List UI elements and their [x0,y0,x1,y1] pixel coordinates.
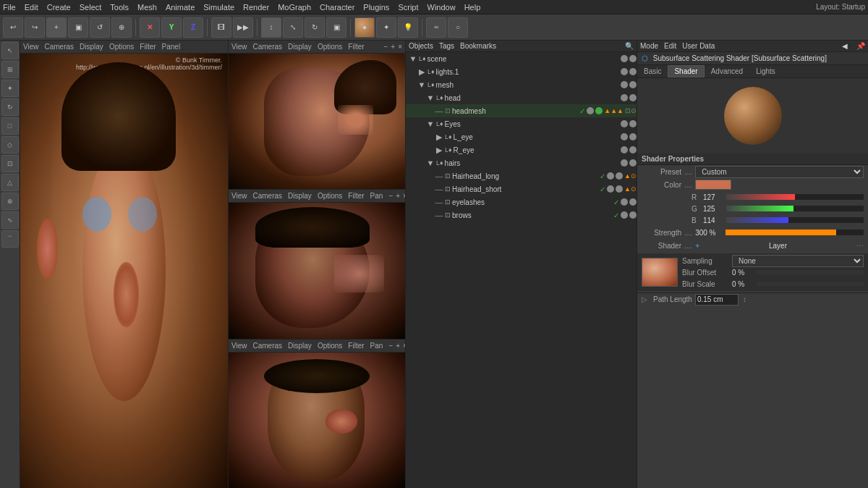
lt-btn-10[interactable]: ∿ [1,211,19,229]
path-length-input[interactable] [695,294,739,306]
toolbar-btn-1[interactable]: ↩ [3,17,23,38]
menu-animate[interactable]: Animate [166,3,195,12]
vp-s-view[interactable]: View [231,43,247,51]
scene-tab-objects[interactable]: Objects [409,42,433,50]
menu-mesh[interactable]: Mesh [137,3,157,12]
toolbar-film[interactable]: 🎞 [211,17,231,38]
lt-btn-6[interactable]: ◇ [1,136,19,153]
toolbar-scale[interactable]: ⤡ [283,17,303,38]
vp-filter[interactable]: Filter [140,43,156,51]
lt-btn-5[interactable]: □ [1,117,19,135]
strength-bar-wrap[interactable] [726,230,864,235]
toolbar-bulb[interactable]: ○ [448,17,468,38]
toolbar-light[interactable]: 💡 [398,17,418,38]
lt-btn-9[interactable]: ⊕ [1,193,19,210]
vp-s-display[interactable]: Display [288,43,312,51]
toolbar-anim[interactable]: ▶▶ [233,17,253,38]
vp-m-filter[interactable]: Filter [348,192,364,200]
menu-tools[interactable]: Tools [110,3,129,12]
tree-item-eyelashes[interactable]: — ⊡ eyelashes ✓ [406,195,637,209]
tree-item-reye[interactable]: ▶ L♦ R_eye [406,143,637,156]
toolbar-x[interactable]: ✕ [140,17,160,38]
lt-btn-1[interactable]: ↖ [1,42,19,59]
vp-s-min[interactable]: − [383,43,388,51]
menu-script[interactable]: Script [398,3,418,12]
tree-item-eyes[interactable]: ▼ L♦ Eyes [406,117,637,130]
lt-btn-4[interactable]: ↻ [1,98,19,116]
menu-simulate[interactable]: Simulate [203,3,234,12]
b-bar-wrap[interactable] [726,217,864,223]
vp-cameras[interactable]: Cameras [45,43,75,51]
props-tab-userdata[interactable]: User Data [682,42,715,50]
vp-small-bot-view[interactable] [229,353,405,488]
props-tab-lights[interactable]: Lights [749,65,782,77]
toolbar-open[interactable]: ▣ [68,17,88,38]
main-viewport-view[interactable]: © Bunk Timmer. http://www.comichouse.nl/… [20,54,228,488]
menu-character[interactable]: Character [320,3,354,12]
r-bar-wrap[interactable] [726,194,864,200]
vp-m-pan[interactable]: Pan [370,192,383,200]
menu-render[interactable]: Render [243,3,269,12]
sampling-dropdown[interactable]: None [732,255,864,267]
toolbar-btn-2[interactable]: ↪ [25,17,45,38]
menu-help[interactable]: Help [464,3,481,12]
menu-create[interactable]: Create [47,3,71,12]
vp-m-view[interactable]: View [231,192,247,200]
scene-tab-bookmarks[interactable]: Bookmarks [460,42,496,50]
vp-s-close[interactable]: × [398,43,402,51]
lt-btn-7[interactable]: ⊡ [1,155,19,172]
props-tab-advanced[interactable]: Advanced [705,65,749,77]
tree-item-brows[interactable]: — ⊡ brows ✓ [406,209,637,222]
vp-m-display[interactable]: Display [288,192,312,200]
props-tab-edit[interactable]: Edit [664,42,676,50]
tree-item-leye[interactable]: ▶ L♦ L_eye [406,130,637,143]
vp-s-cameras[interactable]: Cameras [253,43,283,51]
menu-file[interactable]: File [3,3,16,12]
toolbar-fx[interactable]: ✦ [376,17,396,38]
vp-options[interactable]: Options [109,43,134,51]
toolbar-y[interactable]: Y [161,17,182,38]
lt-btn-8[interactable]: △ [1,174,19,191]
vp-b-options[interactable]: Options [318,342,342,350]
lt-btn-11[interactable]: ⌒ [1,230,19,248]
lt-btn-3[interactable]: ✦ [1,80,19,97]
shader-add-btn[interactable]: + [695,242,699,250]
toolbar-move[interactable]: ↕ [261,17,281,38]
toolbar-save[interactable]: ↺ [90,17,110,38]
tree-item-head[interactable]: ▼ L♦ head [406,91,637,104]
menu-edit[interactable]: Edit [25,3,38,12]
tree-item-lights[interactable]: ▶ L♦ lights.1 [406,65,637,78]
vp-small-top-view[interactable] [229,54,405,189]
vp-b-filter[interactable]: Filter [348,342,364,350]
vp-m-max[interactable]: + [396,192,400,200]
vp-b-min[interactable]: − [388,342,393,350]
vp-view[interactable]: View [23,43,39,51]
tree-item-hairlong[interactable]: — ⊡ Hairhead_long ✓ ▲⊙ [406,169,637,182]
vp-s-options[interactable]: Options [318,43,342,51]
toolbar-inf[interactable]: ∞ [426,17,446,38]
vp-m-cameras[interactable]: Cameras [253,192,283,200]
tree-item-scene[interactable]: ▼ L♦ scene [406,52,637,65]
g-bar-wrap[interactable] [726,206,864,211]
vp-b-view[interactable]: View [231,342,247,350]
props-tab-basic[interactable]: Basic [637,65,668,77]
menu-mograph[interactable]: MoGraph [278,3,311,12]
toolbar-mat[interactable]: ● [354,17,375,38]
tree-item-mesh[interactable]: ▼ L♦ mesh [406,78,637,91]
tree-item-headmesh[interactable]: — ⊡ headmesh ✓ ▲▲▲ ⊡⊙ [406,104,637,117]
color-swatch[interactable] [695,180,731,190]
menu-select[interactable]: Select [80,3,102,12]
menu-plugins[interactable]: Plugins [363,3,389,12]
vp-s-filter[interactable]: Filter [348,43,364,51]
vp-b-pan[interactable]: Pan [370,342,383,350]
props-tab-mode[interactable]: Mode [640,42,658,50]
vp-b-cameras[interactable]: Cameras [253,342,283,350]
blur-scale-bar[interactable] [757,282,864,286]
props-collapse[interactable]: ◀ [842,42,848,50]
props-tab-shader[interactable]: Shader [668,65,704,77]
vp-small-mid-view[interactable] [229,203,405,338]
vp-m-min[interactable]: − [388,192,393,200]
toolbar-sel[interactable]: ▣ [326,17,346,38]
vp-b-max[interactable]: + [396,342,400,350]
menu-window[interactable]: Window [427,3,456,12]
